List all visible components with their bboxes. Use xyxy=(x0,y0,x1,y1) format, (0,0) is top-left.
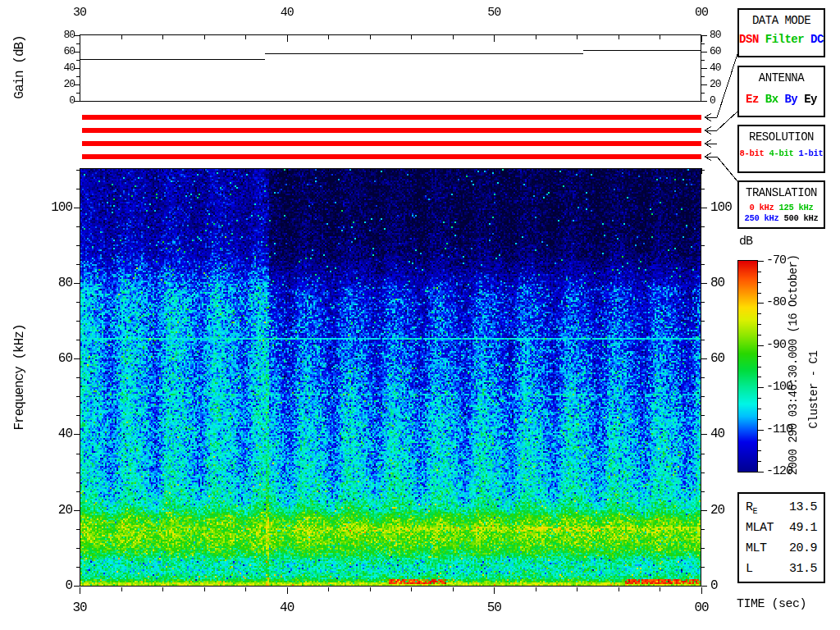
spec-ytick-label: 20 xyxy=(7,504,72,517)
spec-ytick-label-right: 80 xyxy=(710,276,724,290)
spec-xtick-label: 30 xyxy=(47,601,112,614)
legend-item-dsn: DSN xyxy=(739,33,759,46)
colorbar-tick-label: -70 xyxy=(766,254,786,267)
data-mode-box: DATA MODE DSN Filter DC xyxy=(737,8,825,57)
orbit-info-box: RE13.5MLAT49.1MLT20.9L31.5 xyxy=(737,492,825,583)
resolution-box: RESOLUTION 8-bit 4-bit 1-bit xyxy=(737,125,825,173)
frequency-axis-title: Frequency (kHz) xyxy=(13,312,26,443)
status-bar-data-mode xyxy=(82,115,701,120)
arrowhead-icon xyxy=(705,157,711,161)
antenna-box: ANTENNA Ez Bx By Ey xyxy=(737,66,825,117)
spec-ytick-label: 40 xyxy=(7,427,72,441)
spectrogram-frame xyxy=(80,168,701,587)
legend-item-by: By xyxy=(784,93,797,106)
spec-xtick-label: 40 xyxy=(254,601,320,614)
resolution-title: RESOLUTION xyxy=(739,130,824,144)
antenna-title: ANTENNA xyxy=(739,71,824,84)
data-mode-title: DATA MODE xyxy=(739,14,824,27)
colorbar-tick-label: -100 xyxy=(766,381,792,394)
spec-ytick-label-right: 40 xyxy=(710,427,724,441)
spec-ytick-label-right: 0 xyxy=(710,579,718,592)
info-row-r: RE13.5 xyxy=(746,500,817,520)
legend-item-125-khz: 125 kHz xyxy=(779,203,814,212)
legend-item-8-bit: 8-bit xyxy=(739,148,764,158)
connector-line-antenna xyxy=(717,112,737,130)
status-bar-antenna xyxy=(82,128,701,133)
translation-box: TRANSLATION 0 kHz 125 kHz 250 kHz 500 kH… xyxy=(737,180,825,229)
datetime-annotation: 2000 290 03:46:30.000 (16 October) xyxy=(787,242,800,488)
legend-item-250-khz: 250 kHz xyxy=(744,213,778,223)
gain-plot-border xyxy=(80,35,701,102)
arrowhead-icon xyxy=(705,117,711,121)
legend-item-4-bit: 4-bit xyxy=(769,148,793,158)
spec-ytick-label-right: 20 xyxy=(710,504,724,517)
gain-ytick-label: 40 xyxy=(9,62,75,75)
status-bar-resolution xyxy=(82,141,701,146)
translation-items-row1: 0 kHz 125 kHz xyxy=(739,203,824,212)
gain-ytick-label-right: 0 xyxy=(710,94,715,107)
colorbar-tick-label: -90 xyxy=(766,339,786,352)
legend-item-ey: Ey xyxy=(804,93,817,106)
colorbar-frame xyxy=(737,260,758,472)
legend-item-bx: Bx xyxy=(765,93,778,106)
spec-ytick-label: 80 xyxy=(7,276,72,290)
spec-ytick-label-right: 100 xyxy=(710,201,732,214)
gain-ytick-label-right: 80 xyxy=(710,29,721,42)
spec-xtick-label: 50 xyxy=(461,601,527,614)
spec-ytick-label: 100 xyxy=(7,201,72,214)
spacecraft-annotation: Cluster - C1 xyxy=(807,267,820,513)
arrowhead-icon xyxy=(705,114,711,118)
arrowhead-icon xyxy=(705,144,711,148)
arrowhead-icon xyxy=(705,127,711,131)
translation-items-row2: 250 kHz 500 kHz xyxy=(739,213,824,223)
spec-ytick-label: 60 xyxy=(7,352,72,365)
info-row-mlt: MLT20.9 xyxy=(746,541,817,561)
colorbar-title: dB xyxy=(739,235,752,249)
gain-ytick-label: 20 xyxy=(9,78,75,91)
gain-xtick-label: 00 xyxy=(669,7,734,20)
translation-title: TRANSLATION xyxy=(739,186,824,199)
legend-item-500-khz: 500 kHz xyxy=(784,213,819,223)
legend-item-dc: DC xyxy=(810,33,824,46)
legend-item-1-bit: 1-bit xyxy=(799,148,824,158)
arrowhead-icon xyxy=(705,140,711,144)
gain-ytick-label: 80 xyxy=(9,29,75,42)
info-row-mlat: MLAT49.1 xyxy=(746,520,817,541)
antenna-items: Ez Bx By Ey xyxy=(739,93,824,106)
resolution-items: 8-bit 4-bit 1-bit xyxy=(739,148,824,158)
wbd-plot-page: Gain (dB) Frequency (kHz) 2000 290 03:46… xyxy=(0,0,840,630)
gain-ytick-label-right: 60 xyxy=(710,45,721,58)
time-axis-title: TIME (sec) xyxy=(737,598,806,611)
legend-item-0-khz: 0 kHz xyxy=(749,203,774,212)
data-mode-items: DSN Filter DC xyxy=(739,33,824,46)
legend-item-ez: Ez xyxy=(746,93,759,106)
status-bar-translation xyxy=(82,154,701,159)
gain-xtick-label: 40 xyxy=(254,7,320,20)
colorbar-tick-label: -120 xyxy=(766,465,792,478)
gain-ytick-label-right: 40 xyxy=(710,62,721,75)
connector-line-translation xyxy=(717,157,737,181)
legend-item-filter: Filter xyxy=(765,33,804,46)
gain-ytick-label: 0 xyxy=(9,94,75,107)
spectrogram-canvas xyxy=(80,169,701,586)
info-row-l: L31.5 xyxy=(746,561,817,582)
arrowhead-icon xyxy=(705,153,711,158)
gain-ytick-label-right: 20 xyxy=(710,78,721,91)
colorbar-tick-label: -80 xyxy=(766,296,786,309)
gain-xtick-label: 30 xyxy=(47,7,112,20)
gain-xtick-label: 50 xyxy=(461,7,527,20)
gain-ytick-label: 60 xyxy=(9,45,75,58)
arrowhead-icon xyxy=(705,130,711,135)
spec-xtick-label: 00 xyxy=(669,601,734,614)
spec-ytick-label-right: 60 xyxy=(710,352,724,365)
spec-ytick-label: 0 xyxy=(7,579,72,592)
colorbar-tick-label: -110 xyxy=(766,423,792,436)
colorbar-canvas xyxy=(738,261,757,472)
